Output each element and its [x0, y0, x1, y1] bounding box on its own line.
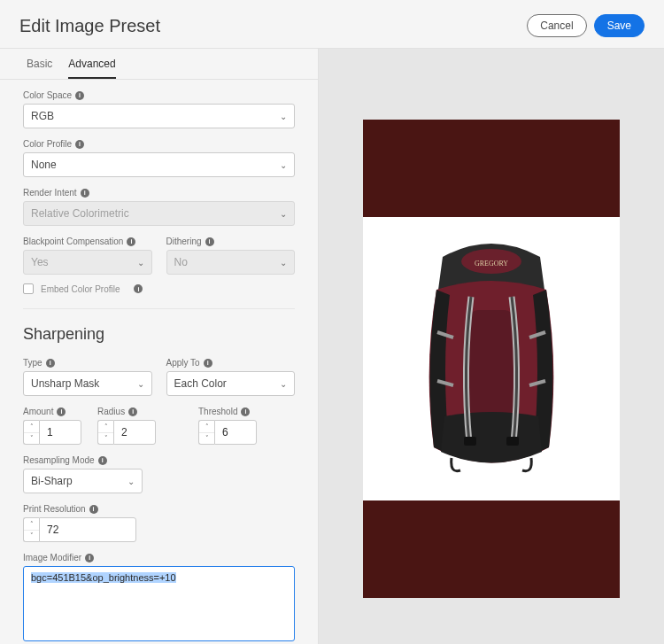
label-text: Type	[23, 358, 42, 368]
svg-text:GREGORY: GREGORY	[475, 260, 508, 268]
applyto-label: Apply To i	[166, 358, 296, 368]
chevron-down-icon: ⌄	[280, 379, 287, 389]
info-icon[interactable]: i	[98, 456, 107, 465]
label-text: Blackpoint Compensation	[23, 237, 123, 246]
info-icon[interactable]: i	[241, 407, 250, 416]
dithering-select: No ⌄	[166, 250, 296, 275]
applyto-select[interactable]: Each Color ⌄	[166, 371, 296, 396]
preview-panel: GREGORY	[319, 49, 664, 644]
threshold-label: Threshold i	[198, 407, 257, 416]
title-bar: Edit Image Preset Cancel Save	[0, 0, 664, 48]
select-value: None	[31, 159, 57, 171]
chevron-down-icon[interactable]: ˅	[24, 531, 39, 542]
sharpen-type-select[interactable]: Unsharp Mask ⌄	[23, 371, 152, 396]
select-value: Relative Colorimetric	[31, 207, 129, 220]
label-text: Image Modifier	[23, 553, 81, 563]
label-text: Radius	[97, 407, 125, 416]
info-icon[interactable]: i	[75, 91, 84, 100]
print-res-input[interactable]: 72	[39, 517, 136, 542]
info-icon[interactable]: i	[204, 359, 212, 368]
app-root: Edit Image Preset Cancel Save Basic Adva…	[0, 0, 664, 644]
embed-profile-checkbox[interactable]	[23, 283, 34, 294]
stepper-buttons[interactable]: ˄˅	[198, 420, 214, 445]
label-text: Amount	[23, 407, 53, 416]
chevron-up-icon[interactable]: ˄	[24, 518, 39, 531]
label-text: Apply To	[166, 358, 200, 368]
blackpoint-label: Blackpoint Compensation i	[23, 237, 152, 246]
embed-profile-label: Embed Color Profile	[41, 284, 120, 294]
svg-rect-4	[506, 437, 519, 446]
info-icon[interactable]: i	[75, 140, 84, 149]
chevron-down-icon: ⌄	[280, 209, 287, 219]
radius-input[interactable]: 2	[113, 420, 156, 445]
tabs: Basic Advanced	[0, 49, 318, 80]
preview-canvas: GREGORY	[363, 120, 620, 598]
info-icon[interactable]: i	[85, 554, 94, 563]
chevron-down-icon[interactable]: ˅	[199, 433, 214, 445]
modifier-value: bgc=451B15&op_brightness=+10	[31, 572, 176, 583]
info-icon[interactable]: i	[134, 284, 143, 293]
select-value: No	[174, 256, 188, 268]
tab-advanced[interactable]: Advanced	[68, 58, 115, 79]
radius-label: Radius i	[97, 407, 156, 416]
info-icon[interactable]: i	[128, 407, 137, 416]
select-value: Each Color	[174, 377, 227, 390]
chevron-down-icon: ⌄	[137, 258, 144, 268]
select-value: RGB	[31, 110, 54, 122]
info-icon[interactable]: i	[57, 407, 66, 416]
color-space-select[interactable]: RGB ⌄	[23, 104, 295, 128]
threshold-input[interactable]: 6	[214, 420, 257, 445]
chevron-down-icon: ⌄	[280, 160, 287, 170]
info-icon[interactable]: i	[89, 505, 98, 514]
resampling-select[interactable]: Bi-Sharp ⌄	[23, 469, 143, 493]
info-icon[interactable]: i	[127, 237, 135, 246]
radius-stepper[interactable]: ˄˅ 2	[97, 420, 156, 445]
stepper-buttons[interactable]: ˄˅	[23, 517, 39, 542]
chevron-down-icon[interactable]: ˅	[98, 433, 113, 445]
chevron-down-icon: ⌄	[280, 112, 287, 121]
chevron-down-icon: ⌄	[280, 258, 287, 268]
print-res-stepper[interactable]: ˄˅ 72	[23, 517, 147, 542]
form-panel: Basic Advanced Color Space i RGB ⌄ Color…	[0, 49, 319, 644]
info-icon[interactable]: i	[46, 359, 55, 368]
select-value: Yes	[31, 256, 49, 268]
body: Basic Advanced Color Space i RGB ⌄ Color…	[0, 48, 664, 644]
save-button[interactable]: Save	[594, 14, 645, 37]
chevron-down-icon[interactable]: ˅	[24, 433, 39, 445]
stepper-buttons[interactable]: ˄˅	[97, 420, 113, 445]
label-text: Print Resolution	[23, 504, 86, 514]
sharpening-section-title: Sharpening	[23, 325, 295, 344]
cancel-button[interactable]: Cancel	[527, 14, 586, 37]
render-intent-select: Relative Colorimetric ⌄	[23, 201, 295, 226]
embed-profile-row[interactable]: Embed Color Profile i	[23, 283, 295, 294]
amount-input[interactable]: 1	[39, 420, 81, 445]
chevron-down-icon: ⌄	[137, 379, 144, 389]
amount-stepper[interactable]: ˄˅ 1	[23, 420, 81, 445]
dithering-label: Dithering i	[166, 237, 296, 246]
svg-rect-2	[469, 310, 513, 416]
color-profile-select[interactable]: None ⌄	[23, 152, 295, 177]
chevron-up-icon[interactable]: ˄	[199, 421, 214, 433]
chevron-up-icon[interactable]: ˄	[98, 421, 113, 433]
form-scroll[interactable]: Color Space i RGB ⌄ Color Profile i None…	[0, 80, 318, 644]
svg-rect-3	[464, 437, 476, 446]
stepper-buttons[interactable]: ˄˅	[23, 420, 39, 445]
resampling-label: Resampling Mode i	[23, 455, 295, 465]
chevron-down-icon: ⌄	[127, 477, 135, 486]
label-text: Resampling Mode	[23, 455, 95, 465]
tab-basic[interactable]: Basic	[27, 58, 52, 79]
chevron-up-icon[interactable]: ˄	[24, 421, 39, 433]
label-text: Threshold	[198, 407, 237, 416]
print-res-label: Print Resolution i	[23, 504, 295, 514]
label-text: Color Space	[23, 90, 72, 100]
image-modifier-input[interactable]: bgc=451B15&op_brightness=+10	[23, 566, 295, 641]
backpack-icon: GREGORY	[398, 226, 584, 492]
blackpoint-select: Yes ⌄	[23, 250, 152, 275]
label-text: Dithering	[166, 237, 202, 246]
info-icon[interactable]: i	[81, 189, 89, 198]
image-modifier-label: Image Modifier i	[23, 553, 295, 563]
threshold-stepper[interactable]: ˄˅ 6	[198, 420, 257, 445]
color-profile-label: Color Profile i	[23, 139, 295, 149]
info-icon[interactable]: i	[205, 237, 214, 246]
label-text: Color Profile	[23, 139, 72, 149]
